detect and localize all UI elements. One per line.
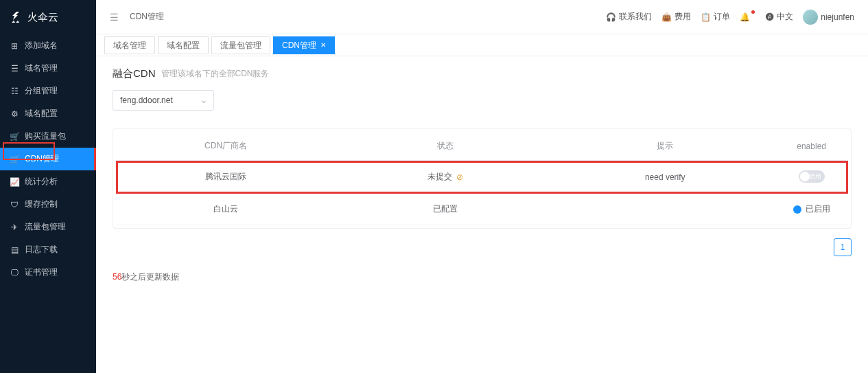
list-icon: ☰ [10,64,19,74]
sidebar: 火伞云 ⊞添加域名 ☰域名管理 ☷分组管理 ⚙域名配置 🛒购买流量包 🛒CDN管… [0,0,96,373]
cdn-table-panel: CDN厂商名 状态 提示 enabled 腾讯云国际 未提交⊘ need ver… [113,128,852,229]
refresh-countdown: 56秒之后更新数据 [113,271,852,283]
page-number[interactable]: 1 [834,238,852,256]
main-content: ☰ CDN管理 🎧联系我们 👜费用 📋订单 🔔 🅐中文 niejunfen 域名… [96,0,868,373]
wallet-icon: 👜 [661,12,672,22]
cert-icon: 🖵 [10,268,19,278]
cell-vendor: 腾讯云国际 [116,161,336,194]
cdn-table: CDN厂商名 状态 提示 enabled 腾讯云国际 未提交⊘ need ver… [116,132,848,225]
shield-icon: 🛡 [10,200,19,210]
sidebar-menu: ⊞添加域名 ☰域名管理 ☷分组管理 ⚙域名配置 🛒购买流量包 🛒CDN管理 📈统… [0,34,96,373]
table-row: 白山云 已配置 已启用 [116,194,848,225]
tab-domain-config[interactable]: 域名配置 [158,36,209,54]
cell-status: 已配置 [336,194,555,225]
domain-select[interactable]: feng.ddoor.net [113,90,214,111]
cell-status: 未提交⊘ [336,161,555,194]
cell-enabled: 已启用 [775,194,848,225]
cell-hint: need verify [555,161,775,194]
cart-icon: 🛒 [10,132,19,142]
avatar [803,10,818,25]
sidebar-item-cache[interactable]: 🛡缓存控制 [0,193,96,216]
top-user[interactable]: niejunfen [803,10,854,25]
tab-traffic-pkg[interactable]: 流量包管理 [211,36,270,54]
brand-icon [10,10,23,24]
brand-name: 火伞云 [27,11,58,24]
enable-toggle[interactable]: 启用 [799,170,825,183]
sidebar-item-log[interactable]: ▤日志下载 [0,238,96,261]
brand-logo: 火伞云 [0,0,96,34]
sidebar-item-group-manage[interactable]: ☷分组管理 [0,80,96,102]
pagination: 1 [113,238,852,256]
top-contact[interactable]: 🎧联系我们 [606,11,652,23]
col-vendor: CDN厂商名 [116,132,336,161]
order-icon: 📋 [701,12,711,22]
gear-icon: ⚙ [10,109,19,119]
top-lang[interactable]: 🅐中文 [766,11,793,23]
log-icon: ▤ [10,245,19,255]
sidebar-item-add-domain[interactable]: ⊞添加域名 [0,34,96,57]
plus-icon: ⊞ [10,41,19,51]
close-icon[interactable]: ✕ [320,36,326,54]
send-icon: ✈ [10,223,19,232]
top-notification[interactable]: 🔔 [740,12,756,22]
sidebar-item-domain-config[interactable]: ⚙域名配置 [0,102,96,125]
headset-icon: 🎧 [606,12,616,22]
breadcrumb: CDN管理 [130,11,606,23]
enabled-dot-icon [793,205,801,214]
topbar: ☰ CDN管理 🎧联系我们 👜费用 📋订单 🔔 🅐中文 niejunfen [96,0,868,34]
sidebar-item-domain-manage[interactable]: ☰域名管理 [0,57,96,80]
top-order[interactable]: 📋订单 [701,11,730,23]
collapse-toggle-icon[interactable]: ☰ [110,12,119,23]
col-status: 状态 [336,132,555,161]
tab-domain-manage[interactable]: 域名管理 [104,36,155,54]
cell-hint [555,194,775,225]
notification-dot [751,10,755,14]
col-hint: 提示 [555,132,775,161]
table-row: 腾讯云国际 未提交⊘ need verify 启用 [116,161,848,194]
sidebar-item-cert[interactable]: 🖵证书管理 [0,261,96,284]
top-cost[interactable]: 👜费用 [661,11,691,23]
col-enabled: enabled [775,132,848,161]
warning-icon: ⊘ [456,172,463,182]
sidebar-item-stats[interactable]: 📈统计分析 [0,170,96,193]
sidebar-item-traffic-pkg[interactable]: ✈流量包管理 [0,216,96,238]
cell-enabled: 启用 [775,161,848,194]
page-subtitle: 管理该域名下的全部CDN服务 [161,68,270,80]
tab-cdn-manage[interactable]: CDN管理✕ [273,36,335,54]
cell-vendor: 白山云 [116,194,336,225]
page-title: 融合CDN [113,67,156,80]
chart-icon: 📈 [10,177,19,187]
tab-bar: 域名管理 域名配置 流量包管理 CDN管理✕ [96,34,868,56]
annotation-box [3,142,55,160]
group-icon: ☷ [10,87,19,96]
bell-icon: 🔔 [740,12,750,22]
lang-icon: 🅐 [766,12,774,22]
